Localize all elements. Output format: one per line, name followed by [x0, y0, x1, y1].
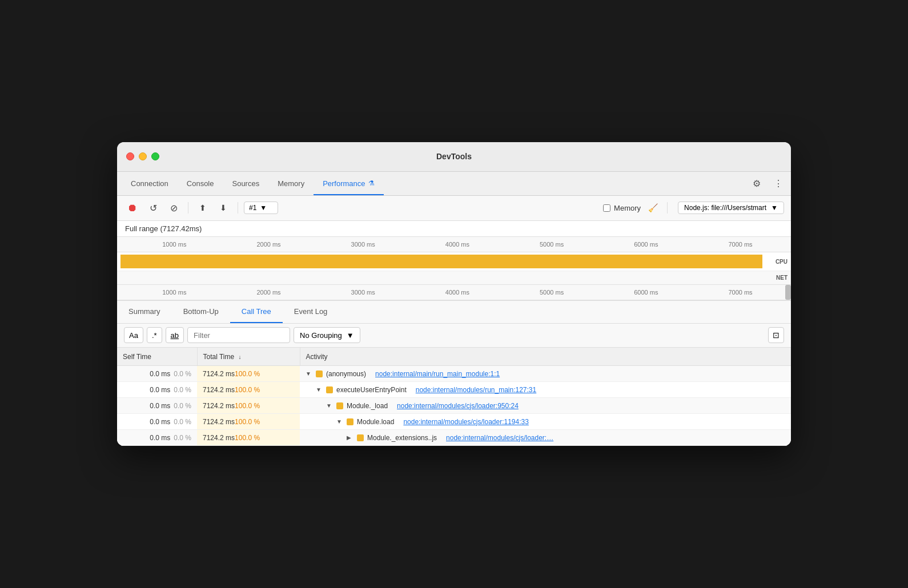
activity-link[interactable]: node:internal/modules/cjs/loader:…: [446, 434, 553, 442]
tick-b-7000: 7000 ms: [728, 289, 752, 296]
filter-bar-right: ⊡: [768, 327, 784, 343]
cell-total-time: 7124.2 ms100.0 %: [197, 366, 300, 382]
settings-button[interactable]: ⚙: [749, 175, 765, 191]
expand-arrow[interactable]: ▼: [326, 402, 333, 409]
activity-icon: [347, 418, 353, 425]
activity-name: (anonymous): [326, 370, 366, 378]
toolbar: ⏺ ↺ ⊘ ⬆ ⬇ #1 ▼ Memory 🧹 Node.js: file://…: [117, 196, 791, 221]
bottom-tabs: Summary Bottom-Up Call Tree Event Log: [117, 301, 791, 324]
table-row: 0.0 ms0.0 %7124.2 ms100.0 % ▼ Module.loa…: [117, 414, 791, 430]
node-dropdown-arrow: ▼: [771, 204, 778, 212]
upload-button[interactable]: ⬆: [194, 199, 211, 216]
cpu-bar-container: CPU: [117, 252, 791, 271]
profile-selector[interactable]: #1 ▼: [244, 202, 278, 214]
tab-bar: Connection Console Sources Memory Perfor…: [117, 172, 791, 196]
expand-arrow[interactable]: ▼: [316, 386, 323, 393]
activity-name: Module._load: [347, 402, 388, 410]
cell-self-time: 0.0 ms0.0 %: [117, 398, 197, 414]
tick-b-2000: 2000 ms: [256, 289, 280, 296]
activity-link[interactable]: node:internal/modules/cjs/loader:1194:33: [403, 418, 528, 426]
th-total-time[interactable]: Total Time ↓: [197, 348, 300, 366]
more-options-button[interactable]: ⋮: [770, 175, 786, 191]
tick-1000: 1000 ms: [162, 241, 186, 248]
tab-memory[interactable]: Memory: [268, 172, 314, 195]
table-row: 0.0 ms0.0 %7124.2 ms100.0 % ▼ Module._lo…: [117, 398, 791, 414]
panel-toggle-icon: ⊡: [773, 331, 780, 340]
tab-connection[interactable]: Connection: [122, 172, 178, 195]
tab-sources[interactable]: Sources: [223, 172, 268, 195]
tick-b-3000: 3000 ms: [351, 289, 375, 296]
cell-total-time: 7124.2 ms100.0 %: [197, 414, 300, 430]
sort-arrow: ↓: [239, 354, 242, 360]
close-button[interactable]: [126, 152, 134, 160]
download-button[interactable]: ⬇: [215, 199, 232, 216]
record-button[interactable]: ⏺: [124, 199, 141, 216]
expand-arrow[interactable]: ▼: [336, 418, 343, 425]
table-row: 0.0 ms0.0 %7124.2 ms100.0 % ▶ Module._ex…: [117, 430, 791, 446]
traffic-lights: [126, 152, 159, 160]
cell-activity: ▼ (anonymous) node:internal/main/run_mai…: [300, 366, 791, 382]
timeline-area: Full range (7127.42ms) 1000 ms 2000 ms 3…: [117, 221, 791, 301]
table-row: 0.0 ms0.0 %7124.2 ms100.0 % ▼ executeUse…: [117, 382, 791, 398]
separator-3: [667, 202, 668, 214]
filter-bar: Aa .* ab No Grouping ▼ ⊡: [117, 324, 791, 348]
tick-2000: 2000 ms: [256, 241, 280, 248]
tick-b-4000: 4000 ms: [445, 289, 469, 296]
btab-bottom-up[interactable]: Bottom-Up: [172, 301, 230, 323]
cell-activity: ▼ executeUserEntryPoint node:internal/mo…: [300, 382, 791, 398]
separator-1: [188, 202, 188, 214]
memory-checkbox[interactable]: Memory: [603, 204, 641, 212]
grouping-select[interactable]: No Grouping ▼: [294, 327, 360, 343]
node-selector[interactable]: Node.js: file:///Users/stmart ▼: [678, 202, 784, 214]
profile-dropdown-arrow: ▼: [260, 204, 267, 212]
activity-name: executeUserEntryPoint: [336, 386, 407, 394]
table-header-row: Self Time Total Time ↓ Activity: [117, 348, 791, 366]
tick-b-6000: 6000 ms: [634, 289, 658, 296]
btab-call-tree[interactable]: Call Tree: [230, 301, 283, 323]
minimize-button[interactable]: [139, 152, 147, 160]
timeline-scrollbar[interactable]: [785, 285, 791, 300]
grouping-dropdown-arrow: ▼: [347, 331, 354, 340]
case-filter-button[interactable]: ab: [166, 327, 184, 343]
tick-b-5000: 5000 ms: [540, 289, 564, 296]
cell-total-time: 7124.2 ms100.0 %: [197, 382, 300, 398]
full-range-label: Full range (7127.42ms): [117, 221, 791, 236]
clear-button[interactable]: ⊘: [165, 199, 182, 216]
reload-button[interactable]: ↺: [144, 199, 162, 216]
btab-summary[interactable]: Summary: [117, 301, 172, 323]
performance-icon: ⚗: [368, 179, 375, 187]
tab-console[interactable]: Console: [178, 172, 223, 195]
regex-filter-button[interactable]: .*: [147, 327, 162, 343]
tick-3000: 3000 ms: [351, 241, 375, 248]
memory-checkbox-input[interactable]: [603, 204, 610, 212]
cell-activity: ▼ Module._load node:internal/modules/cjs…: [300, 398, 791, 414]
clean-button[interactable]: 🧹: [644, 199, 661, 216]
time-ruler-bottom: 1000 ms 2000 ms 3000 ms 4000 ms 5000 ms …: [117, 284, 791, 300]
table-row: 0.0 ms0.0 %7124.2 ms100.0 % ▼ (anonymous…: [117, 366, 791, 382]
cpu-bar: [120, 255, 762, 268]
table-container: Self Time Total Time ↓ Activity 0.0 ms0.…: [117, 348, 791, 446]
btab-event-log[interactable]: Event Log: [283, 301, 339, 323]
tab-performance[interactable]: Performance ⚗: [314, 172, 383, 195]
tab-bar-actions: ⚙ ⋮: [749, 172, 786, 195]
th-self-time[interactable]: Self Time: [117, 348, 197, 366]
cell-activity: ▼ Module.load node:internal/modules/cjs/…: [300, 414, 791, 430]
activity-icon: [316, 370, 323, 377]
activity-link[interactable]: node:internal/modules/run_main:127:31: [416, 386, 536, 394]
title-bar: DevTools: [117, 142, 791, 172]
activity-name: Module.load: [357, 418, 394, 426]
expand-arrow[interactable]: ▼: [306, 370, 312, 377]
filter-input[interactable]: [187, 327, 290, 343]
cell-total-time: 7124.2 ms100.0 %: [197, 430, 300, 446]
tick-5000: 5000 ms: [540, 241, 564, 248]
aa-filter-button[interactable]: Aa: [124, 327, 143, 343]
activity-link[interactable]: node:internal/modules/cjs/loader:950:24: [397, 402, 519, 410]
maximize-button[interactable]: [151, 152, 159, 160]
panel-toggle-button[interactable]: ⊡: [768, 327, 784, 343]
cell-activity: ▶ Module._extensions..js node:internal/m…: [300, 430, 791, 446]
activity-link[interactable]: node:internal/main/run_main_module:1:1: [375, 370, 500, 378]
activity-name: Module._extensions..js: [367, 434, 437, 442]
tick-4000: 4000 ms: [445, 241, 469, 248]
net-label: NET: [776, 275, 788, 281]
expand-arrow[interactable]: ▶: [347, 434, 353, 441]
